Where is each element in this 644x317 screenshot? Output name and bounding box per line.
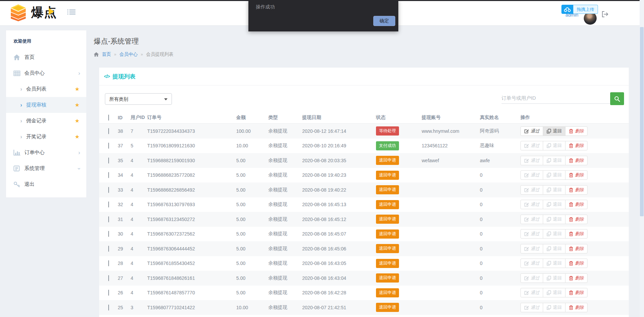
cell-user-id: 5	[131, 143, 147, 148]
delete-button[interactable]: 删除	[565, 185, 587, 195]
drag-upload-button[interactable]: 拖拽上传	[561, 5, 598, 14]
brand-logo[interactable]: 爆点	[9, 4, 57, 21]
reject-button[interactable]: 退回	[543, 200, 565, 209]
star-icon: ★	[75, 86, 80, 92]
delete-button[interactable]: 删除	[565, 200, 587, 209]
pass-button[interactable]: 通过	[520, 141, 543, 150]
category-select[interactable]: 所有类别	[105, 93, 172, 105]
cell-type: 余额提现	[268, 275, 302, 281]
trash-icon	[569, 305, 573, 310]
delete-button[interactable]: 删除	[565, 141, 587, 150]
pass-button[interactable]: 通过	[520, 303, 543, 312]
trash-icon	[569, 217, 573, 222]
delete-button[interactable]: 删除	[565, 288, 587, 297]
sidebar-item-system-manage[interactable]: 系统管理›	[6, 161, 86, 176]
breadcrumb-home[interactable]: 首页	[102, 51, 111, 57]
sidebar-item-member-list[interactable]: ›会员列表★	[6, 81, 86, 97]
delete-button[interactable]: 删除	[565, 170, 587, 180]
trash-icon	[569, 246, 573, 251]
row-actions: 通过 退回 删除	[520, 126, 620, 136]
row-checkbox[interactable]	[108, 172, 109, 178]
row-checkbox[interactable]	[108, 187, 109, 193]
sidebar-item-home[interactable]: 首页	[6, 49, 86, 65]
pass-button[interactable]: 通过	[520, 288, 543, 297]
row-checkbox[interactable]	[108, 128, 109, 134]
delete-button[interactable]: 删除	[565, 156, 587, 165]
logout-icon[interactable]	[601, 11, 609, 18]
pass-button[interactable]: 通过	[520, 244, 543, 253]
status-badge: 退回申请	[376, 156, 399, 165]
toast-confirm-button[interactable]: 确定	[373, 16, 395, 26]
row-actions: 通过 退回 删除	[520, 288, 620, 297]
row-actions: 通过 退回 删除	[520, 259, 620, 268]
sidebar-item-member-center[interactable]: 会员中心›	[6, 65, 86, 81]
reject-button[interactable]: 退回	[543, 156, 565, 165]
sidebar-item-withdraw-review[interactable]: ›提现审核★	[6, 97, 86, 113]
delete-button[interactable]: 删除	[565, 126, 587, 136]
delete-button[interactable]: 删除	[565, 215, 587, 224]
toast-dialog: 操作成功 确定	[248, 0, 398, 31]
sidebar-item-order-center[interactable]: 订单中心›	[6, 145, 86, 161]
sidebar-item-commission-log[interactable]: ›佣金记录★	[6, 113, 86, 129]
reject-button[interactable]: 退回	[543, 273, 565, 283]
pass-button[interactable]: 通过	[520, 273, 543, 283]
row-checkbox[interactable]	[108, 201, 109, 208]
row-checkbox[interactable]	[108, 260, 109, 266]
pass-button[interactable]: 通过	[520, 185, 543, 195]
delete-button[interactable]: 删除	[565, 303, 587, 312]
breadcrumb-member-center[interactable]: 会员中心	[119, 51, 138, 57]
row-checkbox[interactable]	[108, 246, 109, 252]
row-checkbox[interactable]	[108, 143, 109, 149]
reject-button[interactable]: 退回	[543, 185, 565, 195]
pass-button[interactable]: 通过	[520, 259, 543, 268]
cell-id: 28	[118, 261, 131, 266]
sidebar-item-lottery-log[interactable]: ›开奖记录★	[6, 129, 86, 145]
reject-button[interactable]: 退回	[543, 229, 565, 239]
pass-button[interactable]: 通过	[520, 229, 543, 239]
pass-button[interactable]: 通过	[520, 126, 543, 136]
cell-date: 2020-08-10 20:16:49	[302, 143, 376, 148]
delete-button[interactable]: 删除	[565, 273, 587, 283]
cell-id: 27	[118, 275, 131, 281]
reject-button[interactable]: 退回	[543, 303, 565, 312]
reject-button[interactable]: 退回	[543, 259, 565, 268]
row-checkbox[interactable]	[108, 275, 109, 281]
reject-button[interactable]: 退回	[543, 288, 565, 297]
cell-amount: 5.00	[236, 290, 268, 295]
cell-user-id: 4	[131, 172, 147, 178]
delete-button[interactable]: 删除	[565, 244, 587, 253]
delete-button[interactable]: 删除	[565, 259, 587, 268]
col-amount: 金额	[236, 115, 268, 121]
row-checkbox[interactable]	[108, 304, 109, 311]
pass-button[interactable]: 通过	[520, 200, 543, 209]
row-checkbox[interactable]	[108, 157, 109, 164]
pass-button[interactable]: 通过	[520, 170, 543, 180]
cell-date: 2020-08-08 16:42:28	[302, 290, 376, 295]
reject-button[interactable]: 退回	[543, 141, 565, 150]
row-checkbox[interactable]	[108, 231, 109, 237]
row-checkbox[interactable]	[108, 290, 109, 296]
pass-button[interactable]: 通过	[520, 156, 543, 165]
reject-button[interactable]: 退回	[543, 170, 565, 180]
trash-icon	[569, 231, 573, 236]
cell-amount: 5.00	[236, 202, 268, 207]
scrollbar-thumb[interactable]	[640, 27, 644, 216]
list-menu-icon[interactable]	[67, 9, 76, 16]
table-row: 387T15972220344334373100.00余额提现2020-08-1…	[99, 124, 629, 139]
reject-button[interactable]: 退回	[543, 244, 565, 253]
sidebar-item-label: 提现审核	[26, 102, 46, 108]
cell-order-no: T15968868235772082	[147, 172, 236, 178]
row-checkbox[interactable]	[108, 216, 109, 222]
cell-id: 35	[118, 158, 131, 163]
pass-button[interactable]: 通过	[520, 215, 543, 224]
search-input[interactable]	[502, 92, 610, 104]
delete-button[interactable]: 删除	[565, 229, 587, 239]
search-button[interactable]	[610, 92, 624, 105]
chevron-right-icon: ›	[20, 86, 22, 92]
reject-button[interactable]: 退回	[543, 215, 565, 224]
cell-id: 32	[118, 202, 131, 207]
select-all-checkbox[interactable]	[108, 115, 109, 121]
cell-amount: 5.00	[236, 172, 268, 178]
reject-button[interactable]: 退回	[543, 126, 565, 136]
sidebar-item-logout[interactable]: 退出	[6, 176, 86, 192]
